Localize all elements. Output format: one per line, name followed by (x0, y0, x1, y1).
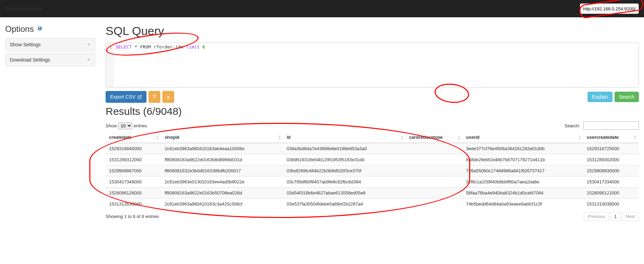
navbar: Elasticsearch-sql (0, 0, 644, 17)
sort-icon: ▲▼ (634, 135, 637, 140)
svg-line-0 (140, 95, 142, 97)
panel-label: Download Settings (10, 57, 50, 63)
sort-icon: ▲▼ (457, 135, 460, 140)
cell: ff80808163a9622e0163b50708ea026d (161, 188, 283, 199)
page-title: SQL Query (106, 24, 639, 38)
col-usercreatedate[interactable]: usercreatedate▲▼ (583, 132, 639, 143)
sort-icon: ▲▼ (401, 135, 404, 140)
col-cardreducetype[interactable]: cardreducetype▲▼ (406, 132, 463, 143)
cell: 1528096121000 (583, 188, 639, 199)
export-csv-label: Export CSV (110, 94, 135, 100)
cell: 1531310036000 (583, 199, 639, 210)
cell: 858de2feb81b48b7b8707179271d411b (463, 154, 583, 165)
cell: 1529908867000 (106, 165, 161, 176)
cell: 1528096126000 (106, 188, 161, 199)
cell: 74b5bedd64d94a0a93eaee9abfcf1c3f (463, 199, 583, 210)
pager-next[interactable]: Next (622, 212, 639, 221)
collapse-up-button[interactable] (149, 91, 160, 103)
cell: 2c91eb3963a960410163c3a425c308cf (161, 199, 283, 210)
cell: 1530417334000 (583, 176, 639, 188)
sort-icon: ▲▼ (156, 135, 159, 140)
collapse-down-icon (166, 94, 171, 99)
cell: 1529316848000 (106, 143, 161, 154)
cell (406, 176, 463, 188)
results-title: Results (6/9048) (106, 106, 639, 117)
cell: 1531289312000 (106, 154, 161, 165)
dt-info: Showing 1 to 6 of 6 entries (106, 214, 159, 219)
external-link-icon (137, 95, 142, 99)
brand: Elasticsearch-sql (5, 6, 42, 11)
table-search-input[interactable] (583, 121, 639, 130)
cell (406, 143, 463, 154)
cell: 03b9619318e54b129f1953f5183e31dd (283, 154, 406, 165)
cell: 1530417349000 (106, 176, 161, 188)
table-row: 15293168480002c91eb3963a960410163ab4eaa1… (106, 143, 639, 154)
editor-gutter: 1 (106, 43, 114, 87)
cell: 3cf8c1a1f39f40b6bbff80a7aea2da6e (463, 176, 583, 188)
collapse-up-icon (152, 94, 157, 99)
cell: 1529316725000 (583, 143, 639, 154)
cell (406, 165, 463, 176)
col-createdate[interactable]: createdate▲▼ (106, 132, 161, 143)
sql-editor[interactable]: 1 SELECT * FROM rforder-idx limit 6 (106, 43, 639, 88)
cell: 1531289302000 (583, 154, 639, 165)
panel-show-settings[interactable]: Show Settings (5, 38, 95, 51)
table-row: 1528096126000ff80808163a9622e0163b50708e… (106, 188, 639, 199)
cell (406, 199, 463, 210)
cell: 3ede377cf76e4508a384281282e01d0b (463, 143, 583, 154)
cell: ff80808163a9622e0163b8d8988d031d (161, 154, 283, 165)
dt-length-control: Show 10 entries (106, 122, 147, 129)
panel-download-settings[interactable]: Download Settings (5, 53, 95, 66)
table-row: 15313126380002c91eb3963a960410163c3a425c… (106, 199, 639, 210)
dt-search-control: Search: (565, 121, 639, 130)
collapse-down-button[interactable] (162, 91, 174, 103)
chevron-down-icon (87, 57, 91, 63)
col-userid[interactable]: userid▲▼ (463, 132, 583, 143)
cell: 1531312638000 (106, 199, 161, 210)
table-row: 1531289312000ff80808163a9622e0163b8d8988… (106, 154, 639, 165)
cell: 03bdf289fc484b22b3b9d520f3ce370f (283, 165, 406, 176)
results-table: createdate▲▼shopid▲▼id▲▼cardreducetype▲▼… (106, 132, 639, 209)
panel-label: Show Settings (10, 42, 41, 47)
table-row: 1529908867000ff808081632e3b0d0163386dfb2… (106, 165, 639, 176)
endpoint-input[interactable] (580, 3, 639, 14)
chevron-down-icon (87, 42, 91, 47)
cell: 03d54f318b6e4627abae613558ed05e8 (283, 188, 406, 199)
explain-button[interactable]: Explain (588, 92, 612, 102)
col-id[interactable]: id▲▼ (283, 132, 406, 143)
col-shopid[interactable]: shopid▲▼ (161, 132, 283, 143)
cell: 2c91eb3963e013010163ee4ad0b9022e (161, 176, 283, 188)
save-icon[interactable] (37, 26, 42, 32)
sort-icon: ▲▼ (278, 135, 281, 140)
cell: 03e537fa30504fdebe5a89ef2b2267a4 (283, 199, 406, 210)
page-size-select[interactable]: 10 (118, 122, 132, 129)
cell: 03c789df60f9407ab9fe8c82fbc6d394 (283, 176, 406, 188)
cell (406, 188, 463, 199)
sort-icon: ▲▼ (578, 135, 581, 140)
cell: 58faa76ba4e940ba8324b1d0cafd7084 (463, 188, 583, 199)
cell: 1529908830000 (583, 165, 639, 176)
cell: 038a3bd6da7e43898e6e0188e953a3a0 (283, 143, 406, 154)
options-title: Options (5, 24, 34, 34)
pager: Previous 1 Next (584, 212, 639, 221)
pager-prev[interactable]: Previous (584, 212, 609, 221)
search-button[interactable]: Search (615, 92, 639, 102)
pager-page-1[interactable]: 1 (610, 212, 620, 221)
options-header: Options (5, 24, 95, 34)
table-row: 15304173490002c91eb3963e013010163ee4ad0b… (106, 176, 639, 188)
cell: ff808081632e3b0d0163386dfb200017 (161, 165, 283, 176)
cell: 726a55060c17484986a641f926737417 (463, 165, 583, 176)
editor-code[interactable]: SELECT * FROM rforder-idx limit 6 (114, 43, 207, 87)
cell: 2c91eb3963a960410163ab4eaa10006e (161, 143, 283, 154)
export-csv-button[interactable]: Export CSV (106, 91, 146, 103)
cell (406, 154, 463, 165)
